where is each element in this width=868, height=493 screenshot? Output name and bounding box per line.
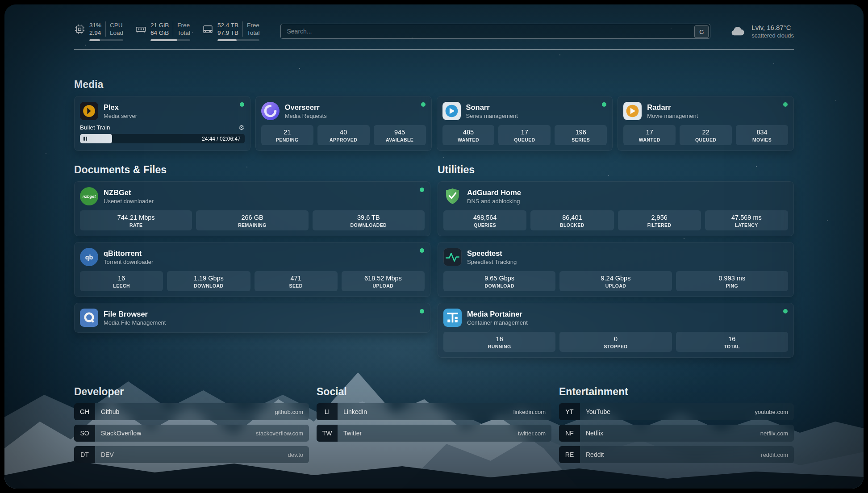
weather-location: Lviv, 16.87°C <box>751 23 794 32</box>
service-name: NZBGet <box>104 188 154 197</box>
stat-blocked: 86,401 BLOCKED <box>530 210 613 230</box>
weather-condition: scattered clouds <box>751 32 794 39</box>
search-bar: G <box>280 24 710 39</box>
speedtest-pulse-icon <box>443 248 462 266</box>
stat-seed: 471 SEED <box>255 271 338 291</box>
service-name: Radarr <box>647 103 698 112</box>
service-card-portainer[interactable]: Media Portainer Container management 16 … <box>438 303 794 358</box>
service-desc: Media Requests <box>285 112 327 120</box>
status-dot <box>783 309 788 313</box>
bookmark-abbr: GH <box>74 403 95 420</box>
stat-latency: 47.569 ms LATENCY <box>705 210 788 230</box>
service-card-sonarr[interactable]: Sonarr Series management 485 WANTED 17 <box>437 96 613 151</box>
service-card-overseerr[interactable]: Overseerr Media Requests 21 PENDING 40 <box>255 96 432 151</box>
filebrowser-icon <box>80 309 98 327</box>
topbar: 31% 2.94 CPU Load <box>74 21 794 41</box>
settings-gear-icon[interactable]: ⚙ <box>238 124 244 131</box>
bookmark-name: StackOverflow <box>101 430 141 437</box>
section-title-developer: Developer <box>74 385 309 398</box>
bookmark-domain: github.com <box>275 409 303 415</box>
service-name: Media Portainer <box>467 309 528 318</box>
disk-total-value: 97.9 TB <box>217 29 238 37</box>
stat-pending: 21 PENDING <box>261 125 313 145</box>
divider <box>242 21 243 37</box>
stat-queries: 498,564 QUERIES <box>443 210 526 230</box>
bookmark-name: YouTube <box>586 408 610 415</box>
memory-total-value: 64 GiB <box>150 29 169 37</box>
bookmark-youtube[interactable]: YT YouTube youtube.com <box>559 403 794 420</box>
service-card-qbittorrent[interactable]: qb qBittorrent Torrent downloader <box>74 242 430 297</box>
cpu-load-value: 2.94 <box>89 29 101 37</box>
status-dot <box>420 248 424 253</box>
bookmark-domain: stackoverflow.com <box>256 430 303 437</box>
svg-text:qb: qb <box>85 254 93 261</box>
section-title-media: Media <box>74 78 794 91</box>
playback-progress-bar[interactable]: 24:44 / 02:06:47 <box>80 134 245 143</box>
service-card-speedtest[interactable]: Speedtest Speedtest Tracking 9.65 Gbps D… <box>438 242 794 297</box>
service-card-adguard[interactable]: AdGuard Home DNS and adblocking 498,564 … <box>438 181 794 236</box>
ram-icon <box>135 24 146 35</box>
bookmark-abbr: TW <box>317 425 338 442</box>
pause-icon <box>86 137 87 141</box>
hard-drive-icon <box>202 24 213 35</box>
playback-time: 24:44 / 02:06:47 <box>202 134 241 143</box>
stat-queued: 22 QUEUED <box>680 125 732 145</box>
search-engine-button[interactable]: G <box>694 25 709 38</box>
weather-widget: Lviv, 16.87°C scattered clouds <box>729 23 794 39</box>
stat-download: 1.19 Gbps DOWNLOAD <box>167 271 250 291</box>
bookmark-domain: twitter.com <box>518 430 546 437</box>
bookmark-linkedin[interactable]: LI LinkedIn linkedin.com <box>317 403 551 420</box>
service-name: Overseerr <box>285 103 327 112</box>
stat-stopped: 0 STOPPED <box>559 332 672 352</box>
topbar-divider <box>74 49 794 50</box>
bookmark-name: Netflix <box>586 430 603 437</box>
bookmark-name: DEV <box>101 451 114 458</box>
service-card-plex[interactable]: Plex Media server Bullet Train ⚙ <box>74 96 250 151</box>
stat-upload: 9.24 Gbps UPLOAD <box>559 271 672 291</box>
overseerr-icon <box>261 102 280 120</box>
service-card-filebrowser[interactable]: File Browser Media File Management <box>74 303 430 333</box>
bookmark-abbr: LI <box>317 403 338 420</box>
bookmark-netflix[interactable]: NF Netflix netflix.com <box>559 425 794 442</box>
bookmark-name: Twitter <box>343 430 362 437</box>
disk-progress-bar <box>217 39 260 41</box>
bookmark-twitter[interactable]: TW Twitter twitter.com <box>317 425 551 442</box>
dashboard-background: 31% 2.94 CPU Load <box>4 4 864 489</box>
service-card-nzbget[interactable]: nzbget NZBGet Usenet downloader <box>74 181 430 236</box>
disk-free-value: 52.4 TB <box>217 21 238 29</box>
bookmark-github[interactable]: GH Github github.com <box>74 403 309 420</box>
section-title-entertainment: Entertainment <box>559 385 794 398</box>
now-playing-title: Bullet Train <box>80 124 110 131</box>
section-utilities: Utilities <box>438 163 794 358</box>
section-title-social: Social <box>317 385 551 398</box>
radarr-icon <box>623 102 642 120</box>
stat-download: 9.65 Gbps DOWNLOAD <box>443 271 555 291</box>
memory-progress-bar <box>150 39 190 41</box>
search-input[interactable] <box>280 24 710 39</box>
bookmark-reddit[interactable]: RE Reddit reddit.com <box>559 446 794 463</box>
svg-text:nzbget: nzbget <box>83 194 96 199</box>
stat-available: 945 AVAILABLE <box>374 125 426 145</box>
service-name: AdGuard Home <box>467 188 521 197</box>
cpu-widget: 31% 2.94 CPU Load <box>74 21 123 41</box>
status-dot <box>240 102 244 107</box>
sonarr-icon <box>442 102 461 120</box>
section-middle: Documents & Files nzbget <box>74 163 794 358</box>
section-documents: Documents & Files nzbget <box>74 163 430 358</box>
memory-widget: 21 GiB 64 GiB Free Total <box>135 21 190 41</box>
service-name: Speedtest <box>467 249 517 258</box>
bookmark-domain: linkedin.com <box>513 409 546 415</box>
section-bookmarks: Developer GH Github github.com SO StackO… <box>74 385 794 463</box>
stat-total: 16 TOTAL <box>676 332 788 352</box>
nzbget-icon: nzbget <box>80 187 98 205</box>
stat-wanted: 485 WANTED <box>442 125 495 145</box>
memory-total-label: Total <box>177 29 190 37</box>
section-entertainment: Entertainment YT YouTube youtube.com NF … <box>559 385 794 463</box>
bookmark-stackoverflow[interactable]: SO StackOverflow stackoverflow.com <box>74 425 309 442</box>
stat-filtered: 2,956 FILTERED <box>618 210 701 230</box>
bookmark-name: Github <box>101 408 119 415</box>
disk-widget: 52.4 TB 97.9 TB Free Total <box>202 21 260 41</box>
service-card-radarr[interactable]: Radarr Movie management 17 WANTED 22 <box>618 96 794 151</box>
bookmark-dev[interactable]: DT DEV dev.to <box>74 446 309 463</box>
stat-queued: 17 QUEUED <box>498 125 551 145</box>
